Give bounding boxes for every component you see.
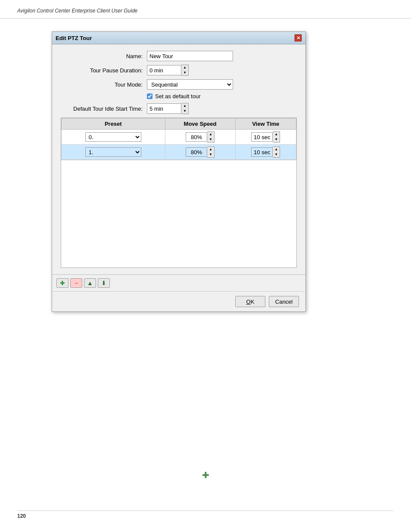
preset-toolbar: ✚ − ▲ ⬇ <box>52 274 305 291</box>
dialog-footer: OK Cancel <box>52 291 305 311</box>
move-speed-down-1[interactable]: ▼ <box>207 152 214 157</box>
close-button[interactable]: ✕ <box>294 34 302 42</box>
preset-cell-1: 1. <box>62 145 165 160</box>
page-header: Avigilon Control Center Enterprise Clien… <box>0 0 411 19</box>
floating-add-icon: ✚ <box>202 470 209 480</box>
remove-preset-button[interactable]: − <box>70 278 82 288</box>
preset-table: Preset Move Speed View Time 0. <box>61 118 296 160</box>
cancel-button[interactable]: Cancel <box>269 296 299 307</box>
name-label: Name: <box>61 53 147 59</box>
idle-start-up[interactable]: ▲ <box>181 103 188 109</box>
edit-ptz-tour-dialog: Edit PTZ Tour ✕ Name: Tour Pause Duratio… <box>52 31 306 312</box>
page-footer: 120 <box>17 510 394 519</box>
view-time-input-1[interactable] <box>251 147 273 157</box>
tour-pause-row: Tour Pause Duration: ▲ ▼ <box>61 65 297 76</box>
move-speed-cell-1: ▲ ▼ <box>165 145 235 160</box>
col-preset-header: Preset <box>62 118 165 130</box>
add-icon: ✚ <box>60 280 65 286</box>
page-number: 120 <box>17 513 26 519</box>
tour-mode-row: Tour Mode: Sequential Random <box>61 79 297 90</box>
tour-pause-input[interactable] <box>147 65 181 75</box>
col-move-speed-header: Move Speed <box>165 118 235 130</box>
ok-underline: OK <box>246 299 255 305</box>
name-input[interactable] <box>147 51 233 61</box>
remove-icon: − <box>75 280 78 286</box>
idle-start-input[interactable] <box>147 103 181 114</box>
preset-select-1[interactable]: 1. <box>85 147 141 157</box>
up-icon: ▲ <box>87 280 93 286</box>
view-time-up-0[interactable]: ▲ <box>273 132 280 137</box>
idle-start-row: Default Tour Idle Start Time: ▲ ▼ <box>61 103 297 114</box>
empty-table-area <box>61 160 296 268</box>
move-speed-down-0[interactable]: ▼ <box>207 137 214 142</box>
preset-cell-0: 0. <box>62 130 165 145</box>
move-down-button[interactable]: ⬇ <box>98 278 110 288</box>
table-row: 1. ▲ ▼ <box>62 145 296 160</box>
dialog-title: Edit PTZ Tour <box>56 35 92 41</box>
default-tour-label: Set as default tour <box>155 93 201 100</box>
move-speed-up-0[interactable]: ▲ <box>207 132 214 137</box>
col-view-time-header: View Time <box>235 118 296 130</box>
tour-pause-label: Tour Pause Duration: <box>61 67 147 74</box>
default-tour-checkbox[interactable] <box>147 93 153 99</box>
tour-pause-up[interactable]: ▲ <box>181 65 188 70</box>
down-icon: ⬇ <box>101 280 106 286</box>
tour-pause-down[interactable]: ▼ <box>181 70 188 75</box>
tour-mode-select[interactable]: Sequential Random <box>147 79 233 90</box>
view-time-up-1[interactable]: ▲ <box>273 147 280 152</box>
dialog-body: Name: Tour Pause Duration: ▲ ▼ Tour Mode… <box>52 44 305 274</box>
ok-button[interactable]: OK <box>235 296 265 307</box>
name-row: Name: <box>61 51 297 61</box>
table-row: 0. ▲ ▼ <box>62 130 296 145</box>
preset-table-container: Preset Move Speed View Time 0. <box>61 118 297 268</box>
view-time-down-0[interactable]: ▼ <box>273 137 280 142</box>
idle-start-label: Default Tour Idle Start Time: <box>61 106 147 112</box>
view-time-cell-1: ▲ ▼ <box>235 145 296 160</box>
view-time-down-1[interactable]: ▼ <box>273 152 280 157</box>
view-time-input-0[interactable] <box>251 132 273 142</box>
idle-start-spinbox: ▲ ▼ <box>147 103 189 114</box>
default-tour-row: Set as default tour <box>147 93 297 100</box>
idle-start-down[interactable]: ▼ <box>181 109 188 114</box>
move-speed-up-1[interactable]: ▲ <box>207 147 214 152</box>
move-up-button[interactable]: ▲ <box>84 278 96 288</box>
dialog-titlebar: Edit PTZ Tour ✕ <box>52 32 305 44</box>
move-speed-input-1[interactable] <box>186 147 207 157</box>
tour-mode-label: Tour Mode: <box>61 81 147 88</box>
preset-select-0[interactable]: 0. <box>85 132 141 142</box>
move-speed-input-0[interactable] <box>186 132 207 142</box>
tour-pause-spinbox: ▲ ▼ <box>147 65 189 76</box>
view-time-cell-0: ▲ ▼ <box>235 130 296 145</box>
add-preset-button[interactable]: ✚ <box>56 278 68 288</box>
move-speed-cell-0: ▲ ▼ <box>165 130 235 145</box>
